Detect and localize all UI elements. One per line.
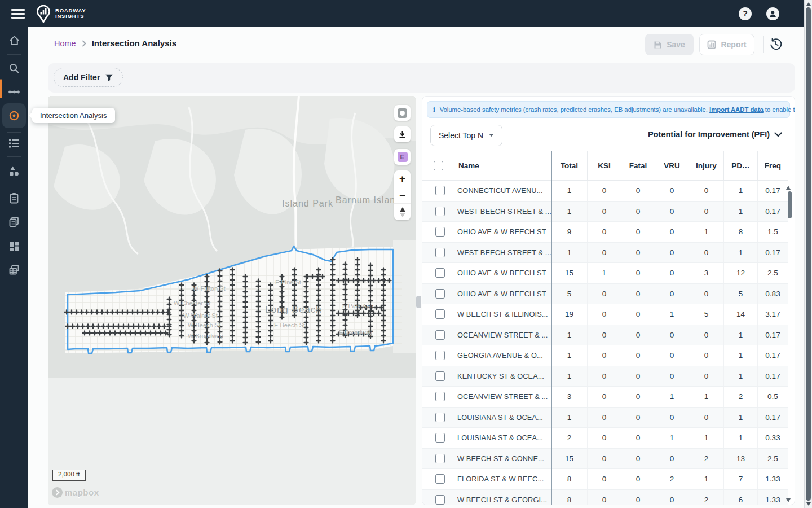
menu-icon[interactable] <box>11 9 25 19</box>
sidebar-item-home[interactable] <box>3 29 25 52</box>
row-value: 1 <box>551 325 587 345</box>
sidebar-item-intersection-analysis[interactable] <box>2 103 26 128</box>
zoom-out-button[interactable]: − <box>394 187 411 204</box>
row-name[interactable]: OHIO AVE & W BEECH ST <box>457 284 551 304</box>
row-name[interactable]: LOUISIANA ST & OCEA... <box>457 428 551 448</box>
sidebar-item-search[interactable] <box>3 57 25 80</box>
sidebar-item-list[interactable] <box>3 132 25 155</box>
table-scrollbar-thumb[interactable] <box>788 191 792 218</box>
user-account-icon[interactable] <box>766 7 779 20</box>
row-value: 0 <box>621 366 655 387</box>
page-title: Intersection Analysis <box>92 38 176 48</box>
page-scrollbar-thumb[interactable] <box>806 7 811 501</box>
row-value: 0.83 <box>757 284 788 304</box>
row-name[interactable]: FLORIDA ST & W BEEC... <box>457 469 551 489</box>
row-name[interactable]: WEST BEECH STREET & ... <box>457 202 551 222</box>
sidebar-item-segments[interactable] <box>3 81 25 103</box>
page-scrollbar[interactable] <box>804 0 812 508</box>
select-all-checkbox[interactable] <box>422 151 457 180</box>
sidebar-nav <box>0 27 28 508</box>
row-checkbox[interactable] <box>422 408 457 428</box>
row-checkbox[interactable] <box>422 325 457 345</box>
chevron-down-icon <box>774 132 782 137</box>
history-button[interactable] <box>769 37 783 51</box>
row-checkbox[interactable] <box>422 243 457 263</box>
help-icon[interactable]: ? <box>739 7 752 20</box>
row-name[interactable]: GEORGIA AVENUE & O... <box>457 345 551 366</box>
select-top-n-label: Select Top N <box>439 131 483 140</box>
zoom-in-button[interactable]: + <box>394 170 411 187</box>
report-button[interactable]: Report <box>699 34 754 55</box>
sort-metric-dropdown[interactable]: Potential for Improvement (PFI) <box>648 130 782 139</box>
row-checkbox[interactable] <box>422 387 457 407</box>
row-checkbox[interactable] <box>422 202 457 222</box>
sidebar-item-reports[interactable] <box>3 259 25 281</box>
table-row: W BEECH ST & CONNE...150002132.5 <box>422 449 788 470</box>
row-checkbox[interactable] <box>422 304 457 325</box>
table-scroll-down-arrow[interactable] <box>786 498 791 502</box>
column-header-ksi[interactable]: KSI <box>587 151 621 180</box>
column-header-freq[interactable]: Freq <box>757 151 788 180</box>
sidebar-item-shapes[interactable] <box>3 160 25 182</box>
scroll-up-arrow[interactable] <box>806 2 811 6</box>
column-header-vru[interactable]: VRU <box>655 151 689 180</box>
map-canvas[interactable]: Island Park Barnum Island Long Beach W F… <box>48 96 416 505</box>
row-name[interactable]: OHIO AVE & W BEECH ST <box>457 263 551 283</box>
column-header-fatal[interactable]: Fatal <box>621 151 655 180</box>
row-value: 0.17 <box>757 243 788 263</box>
import-aadt-link[interactable]: Import AADT data <box>709 106 764 113</box>
row-value: 0.17 <box>757 345 788 366</box>
add-filter-button[interactable]: Add Filter <box>54 68 123 87</box>
row-checkbox[interactable] <box>422 490 457 506</box>
breadcrumb-home-link[interactable]: Home <box>54 39 76 48</box>
row-name[interactable]: W BEECH ST & GEORGI... <box>457 490 551 506</box>
basemap-toggle-button[interactable] <box>394 105 411 121</box>
column-header-total[interactable]: Total <box>551 151 587 180</box>
legend-e-badge: E <box>398 152 408 162</box>
table-row: FLORIDA ST & W BEEC...8002171.33 <box>422 469 788 490</box>
row-value: 0 <box>655 243 689 263</box>
row-value: 1 <box>689 469 723 489</box>
row-name[interactable]: OHIO AVE & W BEECH ST <box>457 222 551 242</box>
row-name[interactable]: LOUISIANA ST & OCEA... <box>457 408 551 428</box>
scroll-down-arrow[interactable] <box>806 502 811 506</box>
sidebar-item-documents[interactable] <box>3 211 25 233</box>
row-checkbox[interactable] <box>422 284 457 304</box>
row-value: 2 <box>551 428 587 448</box>
info-icon: i <box>433 105 435 114</box>
row-name[interactable]: W BEECH ST & CONNE... <box>457 449 551 469</box>
select-top-n-button[interactable]: Select Top N <box>430 125 502 146</box>
row-name[interactable]: KENTUCKY ST & OCEA... <box>457 366 551 387</box>
row-checkbox[interactable] <box>422 449 457 469</box>
map-download-button[interactable] <box>394 126 411 142</box>
column-header-injury[interactable]: Injury <box>689 151 723 180</box>
panel-resize-handle[interactable] <box>416 296 421 308</box>
row-name[interactable]: W BEECH ST & ILLINOIS... <box>457 304 551 325</box>
map-legend-button[interactable]: E <box>394 149 411 165</box>
map-label-long-beach: Long Beach <box>265 304 322 315</box>
mapbox-attribution[interactable]: mapbox <box>52 487 99 498</box>
tilt-button[interactable] <box>394 203 411 220</box>
row-value: 0 <box>655 202 689 222</box>
row-checkbox[interactable] <box>422 366 457 387</box>
row-checkbox[interactable] <box>422 345 457 366</box>
row-checkbox[interactable] <box>422 222 457 242</box>
sidebar-item-projects[interactable] <box>3 187 25 209</box>
row-name[interactable]: OCEANVIEW STREET & ... <box>457 325 551 345</box>
row-checkbox[interactable] <box>422 181 457 201</box>
row-name[interactable]: WEST BEECH STREET & ... <box>457 243 551 263</box>
table-scroll-up-arrow[interactable] <box>786 186 791 190</box>
row-value: 15 <box>551 263 587 283</box>
column-header-pdo[interactable]: PD… <box>723 151 757 180</box>
row-checkbox[interactable] <box>422 263 457 283</box>
row-name[interactable]: OCEANVIEW STREET & ... <box>457 387 551 407</box>
top-navbar: ROADWAY INSIGHTS ? <box>0 0 804 27</box>
row-checkbox[interactable] <box>422 428 457 448</box>
row-checkbox[interactable] <box>422 469 457 489</box>
row-name[interactable]: CONNECTICUT AVENU... <box>457 181 551 201</box>
row-value: 0 <box>587 181 621 201</box>
column-header-name[interactable]: Name <box>457 151 551 180</box>
sidebar-item-dashboard[interactable] <box>3 235 25 257</box>
save-button[interactable]: Save <box>645 34 694 55</box>
tooltip-label: Intersection Analysis <box>40 111 107 120</box>
